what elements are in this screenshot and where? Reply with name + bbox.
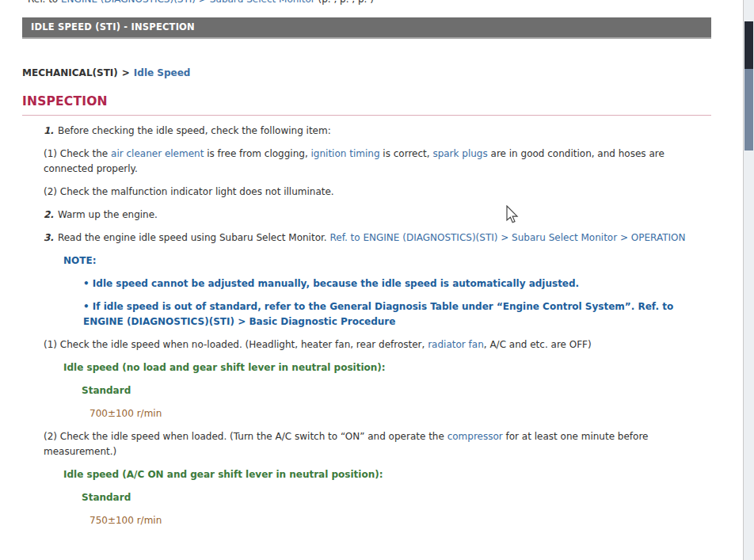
text-run: (2) Check the idle speed when loaded. (T… xyxy=(44,431,447,442)
text-run: (1) Check the idle speed when no-loaded.… xyxy=(44,339,428,350)
link-spark-plugs[interactable]: spark plugs xyxy=(432,148,487,159)
vertical-scrollbar[interactable] xyxy=(743,0,754,560)
substep-1-2: (2) Check the malfunction indicator ligh… xyxy=(44,185,711,200)
step-1-number: 1. xyxy=(44,125,54,136)
link-radiator-fan[interactable]: radiator fan xyxy=(428,339,484,350)
spec-standard-label: Standard xyxy=(82,490,711,505)
clipped-reference-link[interactable]: ENGINE (DIAGNOSTICS)(STI) > Subaru Selec… xyxy=(61,0,315,5)
clipped-previous-line: Ref. to ENGINE (DIAGNOSTICS)(STI) > Suba… xyxy=(28,0,743,7)
text-run: , A/C and etc. are OFF) xyxy=(484,339,592,350)
note-label: NOTE: xyxy=(63,253,711,269)
spec-standard-label: Standard xyxy=(82,383,711,398)
link-ref-subaru-select-monitor-operation[interactable]: Ref. to ENGINE (DIAGNOSTICS)(STI) > Suba… xyxy=(329,232,685,243)
breadcrumb: MECHANICAL(STI)>Idle Speed xyxy=(22,67,711,78)
link-air-cleaner-element[interactable]: air cleaner element xyxy=(111,148,204,159)
step-1: 1.Before checking the idle speed, check … xyxy=(44,124,711,139)
spec-block-ac-on: Idle speed (A/C ON and gear shift lever … xyxy=(63,467,711,528)
procedure-content: 1.Before checking the idle speed, check … xyxy=(44,124,711,528)
spec-value-ac-on: 750±100 r/min xyxy=(89,513,711,528)
step-3: 3.Read the engine idle speed using Subar… xyxy=(44,230,711,246)
clipped-text-line: Ref. to ENGINE (DIAGNOSTICS)(STI) > Suba… xyxy=(28,0,743,6)
spec-value-no-load: 700±100 r/min xyxy=(89,406,711,421)
link-compressor[interactable]: compressor xyxy=(447,431,503,442)
inspection-heading: INSPECTION xyxy=(22,94,711,116)
topic-title: IDLE SPEED (STI) - INSPECTION xyxy=(31,21,195,32)
step-2: 2.Warm up the engine. xyxy=(44,208,711,223)
spec-block-no-load: Idle speed (no load and gear shift lever… xyxy=(63,360,711,421)
note-item-auto-adjusted: Idle speed cannot be adjusted manually, … xyxy=(83,276,711,291)
substep-2-1: (1) Check the idle speed when no-loaded.… xyxy=(44,337,711,352)
topic-title-bar: IDLE SPEED (STI) - INSPECTION xyxy=(22,17,711,39)
breadcrumb-separator: > xyxy=(122,67,130,78)
step-3-number: 3. xyxy=(44,232,54,243)
note-block: NOTE: Idle speed cannot be adjusted manu… xyxy=(63,253,711,330)
link-ignition-timing[interactable]: ignition timing xyxy=(311,148,380,159)
spec-title-ac-on: Idle speed (A/C ON and gear shift lever … xyxy=(63,467,711,482)
clipped-text-run: Ref. to xyxy=(28,0,61,5)
breadcrumb-root: MECHANICAL(STI) xyxy=(22,67,118,78)
manual-content-pane: Ref. to ENGINE (DIAGNOSTICS)(STI) > Suba… xyxy=(0,0,743,560)
text-run: is correct, xyxy=(380,148,433,159)
step-2-text: Warm up the engine. xyxy=(58,209,158,220)
scrollbar-thumb[interactable] xyxy=(744,69,753,150)
scrollbar-segment-dark[interactable] xyxy=(744,21,753,69)
substep-2-2: (2) Check the idle speed when loaded. (T… xyxy=(44,429,711,459)
note-item-out-of-standard: If idle speed is out of standard, refer … xyxy=(83,299,711,330)
text-run: (1) Check the xyxy=(44,148,111,159)
substep-1-1: (1) Check the air cleaner element is fre… xyxy=(44,147,711,177)
step-3-text: Read the engine idle speed using Subaru … xyxy=(58,232,330,243)
note-list: Idle speed cannot be adjusted manually, … xyxy=(83,276,711,330)
step-2-number: 2. xyxy=(44,209,54,220)
spec-title-no-load: Idle speed (no load and gear shift lever… xyxy=(63,360,711,375)
clipped-text-run: (p. , p. , p. ) xyxy=(315,0,374,5)
text-run: is free from clogging, xyxy=(204,148,310,159)
step-1-text: Before checking the idle speed, check th… xyxy=(58,125,331,136)
breadcrumb-link-idle-speed[interactable]: Idle Speed xyxy=(134,67,191,78)
